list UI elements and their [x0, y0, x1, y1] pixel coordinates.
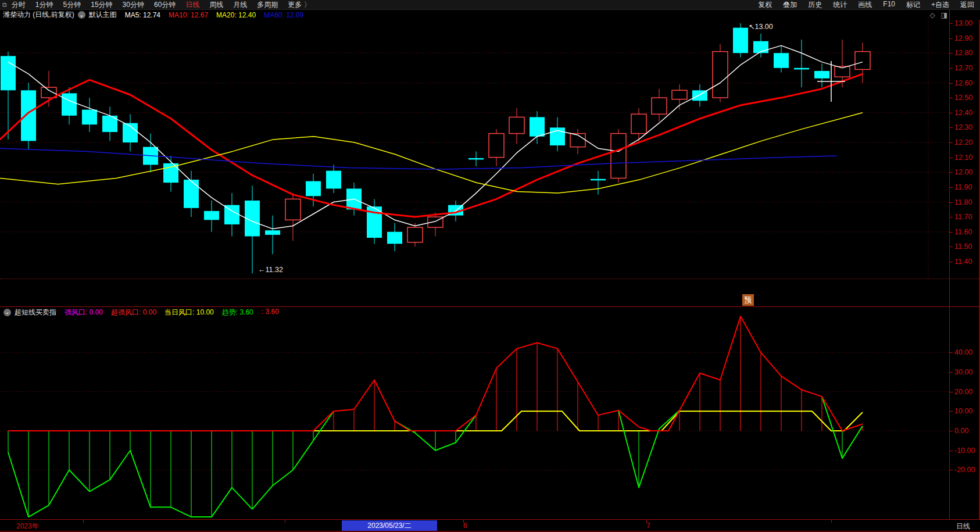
axis-tick: [950, 98, 953, 98]
period-tab-7[interactable]: 周线: [209, 0, 223, 10]
month-label-0: 6: [463, 522, 467, 530]
price-axis-label: 12.80: [954, 49, 980, 57]
indicator-axis-label: 40.00: [954, 348, 980, 356]
toolbar-button-2[interactable]: 历史: [808, 0, 822, 10]
price-axis-label: 11.80: [954, 198, 980, 206]
price-axis-label: 12.70: [954, 64, 980, 72]
price-axis-label: 12.60: [954, 79, 980, 87]
indicator-axis-label: 10.00: [954, 407, 980, 415]
time-axis-tick: [646, 520, 647, 523]
axis-tick: [950, 262, 953, 262]
toolbar-button-5[interactable]: F10: [883, 0, 895, 10]
price-axis-label: 11.40: [954, 258, 980, 266]
time-axis-tick: [83, 520, 84, 523]
price-axis-label: 12.30: [954, 123, 980, 131]
indicator-axis-label: 0.00: [954, 427, 980, 435]
period-tab-4[interactable]: 30分钟: [123, 0, 144, 10]
axis-tick: [950, 217, 953, 217]
price-axis-label: 11.90: [954, 183, 980, 191]
axis-tick: [950, 53, 953, 53]
axis-tick: [950, 127, 953, 128]
month-label-1: 7: [646, 522, 650, 530]
indicator-axis-label: -10.00: [954, 447, 980, 455]
axis-tick: [950, 470, 953, 470]
period-tab-5[interactable]: 60分钟: [154, 0, 176, 10]
price-axis-label: 12.90: [954, 34, 980, 42]
time-axis-tick: [463, 520, 464, 523]
price-axis-label: 13.00: [954, 19, 980, 27]
toolbar-button-6[interactable]: 标记: [906, 0, 920, 10]
period-tab-0[interactable]: 分时: [12, 0, 26, 10]
price-axis-label: 12.50: [954, 94, 980, 102]
axis-tick: [950, 352, 953, 353]
price-axis-label: 11.70: [954, 213, 980, 221]
time-axis-bar: 2023年 2023/05/23/二 日线 67: [0, 519, 980, 532]
axis-tick: [950, 23, 953, 24]
axis-tick: [950, 411, 953, 412]
app-window-icon[interactable]: ⧉: [2, 1, 7, 9]
toolbar-button-8[interactable]: 返回: [960, 0, 974, 10]
year-label: 2023年: [16, 522, 39, 531]
axis-tick: [950, 232, 953, 233]
toolbar-button-0[interactable]: 复权: [758, 0, 772, 10]
price-axis-label: 12.10: [954, 153, 980, 162]
price-axis-label: 12.40: [954, 109, 980, 117]
axis-tick: [950, 142, 953, 143]
chart-window: ⧉ 分时1分钟5分钟15分钟30分钟60分钟日线周线月线多周期更多 〉 复权叠加…: [0, 0, 980, 532]
price-axis-label: 11.60: [954, 228, 980, 236]
axis-tick: [950, 83, 953, 84]
indicator-axis-label: 20.00: [954, 388, 980, 396]
axis-tick: [950, 202, 953, 203]
period-tab-6[interactable]: 日线: [185, 0, 199, 10]
axis-tick: [950, 158, 953, 158]
axis-tick: [950, 172, 953, 173]
toolbar-buttons: 复权叠加历史统计画线F10标记+自选返回: [758, 0, 980, 10]
time-axis-tick: [831, 520, 832, 523]
axis-tick: [950, 38, 953, 39]
axis-tick: [950, 431, 953, 431]
period-tab-2[interactable]: 5分钟: [63, 0, 81, 10]
axis-tick: [950, 392, 953, 392]
period-tabs: 分时1分钟5分钟15分钟30分钟60分钟日线周线月线多周期更多 〉: [12, 0, 311, 10]
toolbar-button-4[interactable]: 画线: [858, 0, 872, 10]
axis-tick: [950, 113, 953, 113]
axis-tick: [950, 68, 953, 69]
axis-tick: [950, 372, 953, 373]
period-toolbar: ⧉ 分时1分钟5分钟15分钟30分钟60分钟日线周线月线多周期更多 〉 复权叠加…: [0, 0, 980, 10]
period-tab-8[interactable]: 月线: [233, 0, 247, 10]
axis-tick: [950, 451, 953, 451]
period-tab-10[interactable]: 更多 〉: [288, 0, 310, 10]
price-marker-1: ←11.32: [258, 266, 283, 274]
indicator-canvas[interactable]: [0, 306, 950, 519]
period-status-label: 日线: [956, 522, 970, 531]
period-tab-3[interactable]: 15分钟: [91, 0, 112, 10]
toolbar-button-3[interactable]: 统计: [833, 0, 847, 10]
period-tab-9[interactable]: 多周期: [257, 0, 278, 10]
period-tab-1[interactable]: 1分钟: [35, 0, 53, 10]
toolbar-button-1[interactable]: 叠加: [783, 0, 797, 10]
panel-divider-dotted: [0, 279, 980, 279]
indicator-axis-label: -20.00: [954, 466, 980, 474]
axis-tick: [950, 247, 953, 247]
price-axis-label: 11.50: [954, 242, 980, 251]
axis-tick: [950, 187, 953, 188]
time-axis-tick: [285, 520, 285, 523]
toolbar-button-7[interactable]: +自选: [931, 0, 949, 10]
main-chart-canvas[interactable]: [0, 17, 950, 279]
alert-flag-badge: 预: [742, 294, 754, 306]
price-axis-label: 12.00: [954, 168, 980, 176]
indicator-axis-label: 30.00: [954, 368, 980, 376]
price-marker-0: ↖13.00: [749, 22, 773, 31]
price-axis-label: 12.20: [954, 138, 980, 147]
selected-date-box: 2023/05/23/二: [342, 520, 437, 531]
